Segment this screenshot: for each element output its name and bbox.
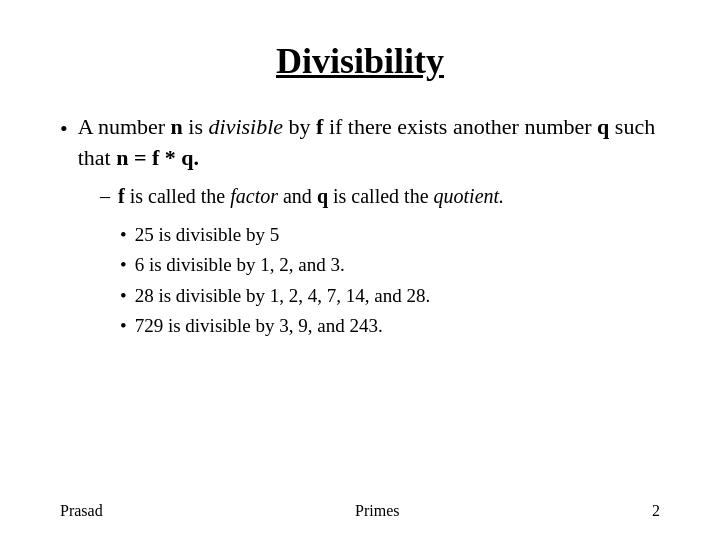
- example-text-2: 6 is divisible by 1, 2, and 3.: [135, 252, 345, 279]
- main-bullet-text: A number n is divisible by f if there ex…: [78, 112, 660, 174]
- footer: Prasad Primes 2: [60, 502, 660, 520]
- footer-right: 2: [652, 502, 660, 520]
- example-text-3: 28 is divisible by 1, 2, 4, 7, 14, and 2…: [135, 283, 431, 310]
- example-item-4: • 729 is divisible by 3, 9, and 243.: [120, 313, 660, 340]
- example-dot-2: •: [120, 252, 127, 279]
- example-item-2: • 6 is divisible by 1, 2, and 3.: [120, 252, 660, 279]
- footer-left: Prasad: [60, 502, 103, 520]
- main-bullet: • A number n is divisible by f if there …: [60, 112, 660, 174]
- example-item-3: • 28 is divisible by 1, 2, 4, 7, 14, and…: [120, 283, 660, 310]
- example-dot-4: •: [120, 313, 127, 340]
- example-dot-1: •: [120, 222, 127, 249]
- example-item-1: • 25 is divisible by 5: [120, 222, 660, 249]
- footer-center: Primes: [355, 502, 399, 520]
- sub-bullet: – f is called the factor and q is called…: [100, 182, 660, 210]
- examples-list: • 25 is divisible by 5 • 6 is divisible …: [120, 222, 660, 344]
- bullet-dot: •: [60, 114, 68, 145]
- example-dot-3: •: [120, 283, 127, 310]
- sub-bullet-text: f is called the factor and q is called t…: [118, 182, 504, 210]
- example-text-4: 729 is divisible by 3, 9, and 243.: [135, 313, 383, 340]
- example-text-1: 25 is divisible by 5: [135, 222, 280, 249]
- slide-title: Divisibility: [60, 40, 660, 82]
- sub-dash: –: [100, 182, 110, 210]
- slide: Divisibility • A number n is divisible b…: [0, 0, 720, 540]
